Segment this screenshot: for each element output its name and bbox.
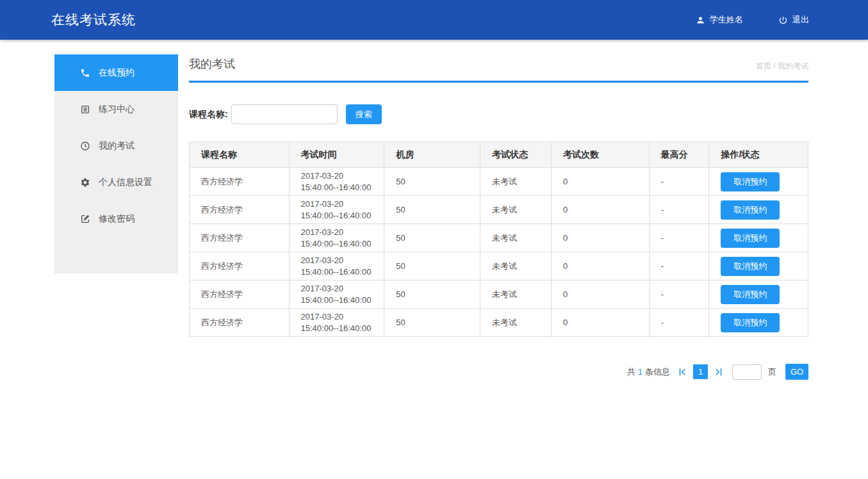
content: 在线预约 练习中心 我的考试 个人信息设置 修改密码 <box>0 40 868 380</box>
book-icon <box>80 104 90 115</box>
power-icon <box>778 15 788 25</box>
user-name: 学生姓名 <box>710 14 743 26</box>
sidebar-item-label: 修改密码 <box>99 213 135 225</box>
table-row: 西方经济学 2017-03-20 15:40:00--16:40:00 50 未… <box>190 280 808 309</box>
course-name-input[interactable] <box>231 104 338 124</box>
total-prefix: 共 <box>627 366 635 378</box>
col-header-exam-status: 考试状态 <box>480 142 551 168</box>
cell-exam-status: 未考试 <box>480 196 551 224</box>
cell-course: 西方经济学 <box>190 309 290 337</box>
cell-room: 50 <box>384 196 480 224</box>
phone-icon <box>80 68 90 78</box>
cell-action: 取消预约 <box>709 280 808 309</box>
col-header-attempts: 考试次数 <box>552 142 650 168</box>
first-page-icon <box>678 367 688 377</box>
table-row: 西方经济学 2017-03-20 15:40:00--16:40:00 50 未… <box>190 309 808 337</box>
sidebar-item-label: 在线预约 <box>99 67 135 79</box>
search-button[interactable]: 搜索 <box>346 104 382 124</box>
title-row: 我的考试 首页 / 我的考试 <box>189 54 808 72</box>
col-header-action: 操作/状态 <box>709 142 808 168</box>
cell-exam-status: 未考试 <box>480 252 551 280</box>
cell-exam-time: 2017-03-20 15:40:00--16:40:00 <box>289 196 384 224</box>
header-inner: 在线考试系统 学生姓名 退出 <box>0 0 868 40</box>
cell-course: 西方经济学 <box>190 280 290 309</box>
cancel-booking-button[interactable]: 取消预约 <box>721 229 780 248</box>
person-icon <box>696 15 705 25</box>
cell-best-score: - <box>649 168 709 196</box>
first-page-button[interactable] <box>678 367 688 377</box>
cell-best-score: - <box>649 252 709 280</box>
breadcrumb[interactable]: 首页 / 我的考试 <box>756 61 808 72</box>
cell-best-score: - <box>649 196 709 224</box>
app-title: 在线考试系统 <box>51 11 136 29</box>
cell-exam-status: 未考试 <box>480 224 551 252</box>
go-button[interactable]: GO <box>785 364 808 380</box>
cell-action: 取消预约 <box>709 196 808 224</box>
cell-action: 取消预约 <box>709 252 808 280</box>
sidebar-item-profile-settings[interactable]: 个人信息设置 <box>54 164 178 200</box>
logout-button[interactable]: 退出 <box>778 14 809 26</box>
cell-course: 西方经济学 <box>190 196 290 224</box>
title-divider <box>189 81 808 83</box>
user-menu[interactable]: 学生姓名 <box>696 14 743 26</box>
cell-best-score: - <box>649 280 709 309</box>
page-number-input[interactable] <box>732 364 762 380</box>
main-panel: 我的考试 首页 / 我的考试 课程名称: 搜索 课程名称 考试时间 机房 考试状… <box>189 54 808 380</box>
sidebar-item-label: 练习中心 <box>99 104 135 115</box>
table-row: 西方经济学 2017-03-20 15:40:00--16:40:00 50 未… <box>190 196 808 224</box>
cell-course: 西方经济学 <box>190 224 290 252</box>
col-header-course: 课程名称 <box>190 142 290 168</box>
total-count: 1 <box>638 367 643 377</box>
table-row: 西方经济学 2017-03-20 15:40:00--16:40:00 50 未… <box>190 168 808 196</box>
table-row: 西方经济学 2017-03-20 15:40:00--16:40:00 50 未… <box>190 252 808 280</box>
cancel-booking-button[interactable]: 取消预约 <box>721 257 780 276</box>
cancel-booking-button[interactable]: 取消预约 <box>721 172 780 191</box>
cancel-booking-button[interactable]: 取消预约 <box>721 313 780 332</box>
page-label: 页 <box>768 366 776 378</box>
clock-icon <box>80 141 90 151</box>
course-name-label: 课程名称: <box>189 109 228 120</box>
sidebar-item-change-password[interactable]: 修改密码 <box>54 200 178 237</box>
sidebar-item-online-booking[interactable]: 在线预约 <box>54 54 178 91</box>
cell-room: 50 <box>384 224 480 252</box>
pagination-total: 共 1 条信息 <box>627 366 670 378</box>
cell-course: 西方经济学 <box>190 168 290 196</box>
total-suffix: 条信息 <box>645 366 670 378</box>
cell-attempts: 0 <box>552 168 650 196</box>
cell-room: 50 <box>384 309 480 337</box>
gear-icon <box>80 177 90 188</box>
sidebar-item-my-exams[interactable]: 我的考试 <box>54 127 178 164</box>
sidebar-item-label: 我的考试 <box>99 140 135 152</box>
logout-label: 退出 <box>792 14 809 26</box>
table-row: 西方经济学 2017-03-20 15:40:00--16:40:00 50 未… <box>190 224 808 252</box>
cell-action: 取消预约 <box>709 168 808 196</box>
col-header-best-score: 最高分 <box>649 142 709 168</box>
col-header-room: 机房 <box>384 142 480 168</box>
page-title: 我的考试 <box>189 56 235 72</box>
cell-course: 西方经济学 <box>190 252 290 280</box>
cell-room: 50 <box>384 280 480 309</box>
app-header: 在线考试系统 学生姓名 退出 <box>0 0 868 40</box>
last-page-button[interactable] <box>713 367 723 377</box>
cell-exam-time: 2017-03-20 15:40:00--16:40:00 <box>289 252 384 280</box>
sidebar-item-practice-center[interactable]: 练习中心 <box>54 91 178 127</box>
exams-table-body: 西方经济学 2017-03-20 15:40:00--16:40:00 50 未… <box>190 168 808 337</box>
cell-exam-status: 未考试 <box>480 280 551 309</box>
search-row: 课程名称: 搜索 <box>189 104 808 124</box>
cancel-booking-button[interactable]: 取消预约 <box>721 285 780 304</box>
cell-best-score: - <box>649 309 709 337</box>
cell-exam-status: 未考试 <box>480 168 551 196</box>
cell-exam-time: 2017-03-20 15:40:00--16:40:00 <box>289 224 384 252</box>
cell-exam-status: 未考试 <box>480 309 551 337</box>
cancel-booking-button[interactable]: 取消预约 <box>721 200 780 220</box>
cell-action: 取消预约 <box>709 224 808 252</box>
sidebar: 在线预约 练习中心 我的考试 个人信息设置 修改密码 <box>54 54 178 273</box>
current-page[interactable]: 1 <box>693 364 708 379</box>
pagination: 共 1 条信息 1 页 GO <box>189 364 808 380</box>
cell-attempts: 0 <box>552 280 650 309</box>
edit-icon <box>80 214 90 224</box>
cell-action: 取消预约 <box>709 309 808 337</box>
last-page-icon <box>713 367 723 377</box>
table-header-row: 课程名称 考试时间 机房 考试状态 考试次数 最高分 操作/状态 <box>190 142 808 168</box>
col-header-exam-time: 考试时间 <box>289 142 384 168</box>
